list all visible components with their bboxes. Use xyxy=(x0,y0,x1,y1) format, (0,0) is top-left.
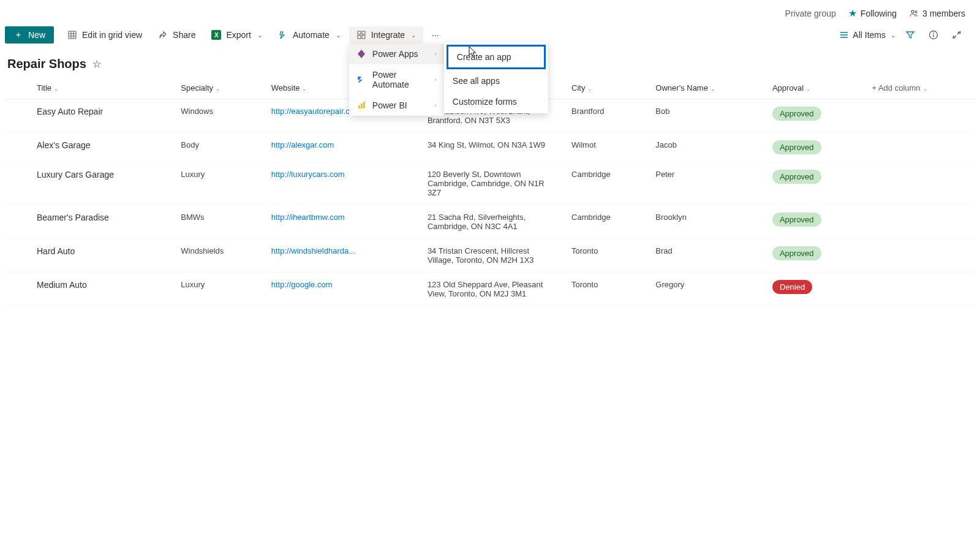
filter-button[interactable] xyxy=(902,26,919,43)
powerapps-menu-item[interactable]: Power Apps › Create an app See all apps … xyxy=(349,43,444,64)
cell-title: Hard Auto xyxy=(29,239,173,273)
row-select[interactable] xyxy=(5,99,29,133)
row-select[interactable] xyxy=(5,133,29,162)
export-label: Export xyxy=(226,30,251,40)
share-icon xyxy=(158,30,168,40)
column-owner[interactable]: Owner's Name⌄ xyxy=(648,77,765,99)
chevron-right-icon: › xyxy=(435,77,437,83)
cell-city: Wilmot xyxy=(564,133,648,162)
cell-specialty: Body xyxy=(173,133,264,162)
integrate-label: Integrate xyxy=(371,30,405,40)
cell-specialty: Luxury xyxy=(173,273,264,306)
more-button[interactable]: ··· xyxy=(424,26,447,43)
cell-city: Brantford xyxy=(564,99,648,133)
svg-point-1 xyxy=(915,10,917,12)
cell-website: http://windshieldharda... xyxy=(264,239,420,273)
row-select[interactable] xyxy=(5,239,29,273)
cell-address: 34 King St, Wilmot, ON N3A 1W9 xyxy=(420,133,564,162)
website-link[interactable]: http://luxurycars.com xyxy=(271,170,345,179)
members-link[interactable]: 3 members xyxy=(909,9,965,18)
cell-address: 21 Sacha Rd, Silverheights, Cambridge, O… xyxy=(420,205,564,239)
row-select[interactable] xyxy=(5,162,29,205)
customize-forms-item[interactable]: Customize forms xyxy=(444,91,548,112)
command-bar: ＋ New Edit in grid view Share X Export ⌄… xyxy=(0,24,980,46)
cell-approval: Approved xyxy=(765,162,865,205)
cell-title: Beamer's Paradise xyxy=(29,205,173,239)
cell-owner: Brooklyn xyxy=(648,205,765,239)
cell-empty xyxy=(864,99,975,133)
cell-approval: Approved xyxy=(765,239,865,273)
table-row[interactable]: Beamer's ParadiseBMWshttp://iheartbmw.co… xyxy=(5,205,975,239)
row-select[interactable] xyxy=(5,273,29,306)
page-meta-bar: Private group ★ Following 3 members xyxy=(0,0,980,24)
row-select[interactable] xyxy=(5,205,29,239)
cell-empty xyxy=(864,162,975,205)
new-button[interactable]: ＋ New xyxy=(5,26,54,43)
svg-rect-7 xyxy=(358,31,361,34)
table-row[interactable]: Luxury Cars GarageLuxuryhttp://luxurycar… xyxy=(5,162,975,205)
flow-icon xyxy=(278,30,288,40)
edit-grid-button[interactable]: Edit in grid view xyxy=(60,26,149,43)
star-filled-icon: ★ xyxy=(848,7,857,19)
favorite-star-icon[interactable]: ☆ xyxy=(92,58,101,70)
members-label: 3 members xyxy=(922,9,965,18)
automate-button[interactable]: Automate ⌄ xyxy=(271,26,348,43)
cell-owner: Gregory xyxy=(648,273,765,306)
svg-point-18 xyxy=(933,32,934,34)
integrate-icon xyxy=(356,30,366,40)
cell-specialty: Windows xyxy=(173,99,264,133)
cell-specialty: Luxury xyxy=(173,162,264,205)
website-link[interactable]: http://alexgar.com xyxy=(271,140,334,149)
cell-owner: Bob xyxy=(648,99,765,133)
cell-empty xyxy=(864,133,975,162)
column-city[interactable]: City⌄ xyxy=(564,77,648,99)
cell-city: Cambridge xyxy=(564,205,648,239)
table-row[interactable]: Medium AutoLuxuryhttp://google.com123 Ol… xyxy=(5,273,975,306)
create-app-item[interactable]: Create an app xyxy=(447,45,546,69)
export-button[interactable]: X Export ⌄ xyxy=(204,26,269,43)
table-row[interactable]: Hard AutoWindshieldshttp://windshieldhar… xyxy=(5,239,975,273)
info-button[interactable] xyxy=(925,26,942,43)
expand-button[interactable] xyxy=(948,26,965,43)
share-button[interactable]: Share xyxy=(151,26,203,43)
chevron-down-icon: ⌄ xyxy=(257,32,262,39)
website-link[interactable]: http://google.com xyxy=(271,280,333,289)
approval-pill: Approved xyxy=(772,213,821,227)
cell-approval: Approved xyxy=(765,99,865,133)
plus-icon: ＋ xyxy=(13,30,23,40)
people-icon xyxy=(909,9,919,18)
cell-specialty: BMWs xyxy=(173,205,264,239)
cell-owner: Jacob xyxy=(648,133,765,162)
cell-address: 34 Tristan Crescent, Hillcrest Village, … xyxy=(420,239,564,273)
column-approval[interactable]: Approval⌄ xyxy=(765,77,865,99)
column-title[interactable]: Title⌄ xyxy=(29,77,173,99)
website-link[interactable]: http://iheartbmw.com xyxy=(271,213,345,222)
list-title-text: Repair Shops xyxy=(7,57,86,71)
add-column[interactable]: + Add column⌄ xyxy=(864,77,975,99)
see-all-apps-item[interactable]: See all apps xyxy=(444,70,548,91)
chevron-down-icon: ⌄ xyxy=(806,86,811,92)
view-label: All Items xyxy=(853,30,886,40)
svg-point-0 xyxy=(911,10,914,12)
chevron-down-icon: ⌄ xyxy=(216,86,221,92)
powerapps-label: Power Apps xyxy=(372,49,418,59)
column-specialty[interactable]: Specialty⌄ xyxy=(173,77,264,99)
select-column[interactable] xyxy=(5,77,29,99)
following-toggle[interactable]: ★ Following xyxy=(848,7,897,19)
website-link[interactable]: http://easyautorepair.c... xyxy=(271,107,356,116)
website-link[interactable]: http://windshieldharda... xyxy=(271,246,355,255)
table-row[interactable]: Alex's GarageBodyhttp://alexgar.com34 Ki… xyxy=(5,133,975,162)
powerbi-menu-item[interactable]: Power BI › xyxy=(349,95,444,116)
integrate-button[interactable]: Integrate ⌄ xyxy=(349,26,423,43)
cell-specialty: Windshields xyxy=(173,239,264,273)
cell-approval: Denied xyxy=(765,273,865,306)
chevron-down-icon: ⌄ xyxy=(411,32,416,39)
following-label: Following xyxy=(861,9,897,18)
powerapps-icon xyxy=(356,49,366,59)
new-button-label: New xyxy=(28,30,45,40)
cell-owner: Brad xyxy=(648,239,765,273)
powerapps-submenu: Create an app See all apps Customize for… xyxy=(444,42,548,113)
view-selector[interactable]: All Items ⌄ xyxy=(839,30,895,40)
chevron-down-icon: ⌄ xyxy=(891,32,895,39)
powerautomate-menu-item[interactable]: Power Automate › xyxy=(349,64,444,95)
